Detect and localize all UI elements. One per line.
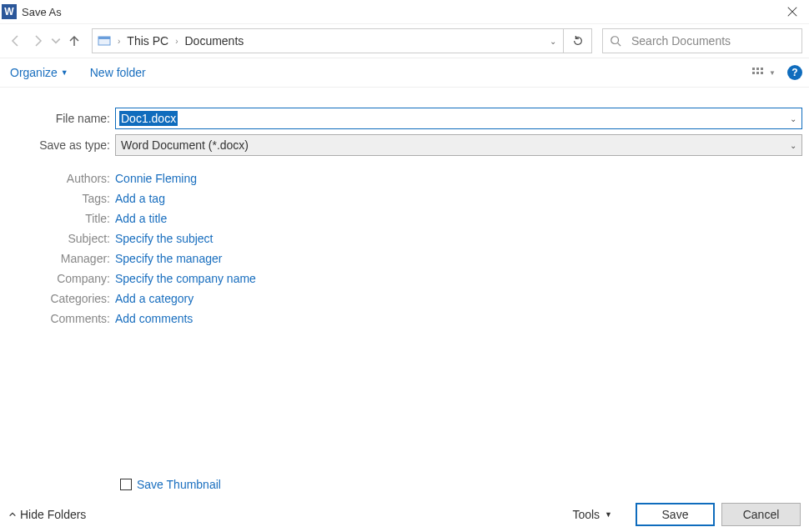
authors-value[interactable]: Connie Fleming	[115, 172, 197, 185]
organize-menu[interactable]: Organize ▼	[7, 63, 72, 83]
up-button[interactable]	[65, 32, 83, 50]
manager-label: Manager:	[7, 252, 115, 265]
view-options-button[interactable]: ▼	[751, 66, 776, 79]
tags-value[interactable]: Add a tag	[115, 192, 165, 205]
hide-folders-button[interactable]: Hide Folders	[8, 508, 86, 521]
filename-value: Doc1.docx	[119, 111, 178, 126]
help-button[interactable]: ?	[787, 65, 802, 80]
body-area: File name: Doc1.docx ⌄ Save as type: Wor…	[0, 88, 809, 491]
tools-menu[interactable]: Tools ▼	[572, 508, 612, 521]
close-icon	[786, 6, 798, 18]
comments-label: Comments:	[7, 312, 115, 325]
subject-label: Subject:	[7, 232, 115, 245]
save-thumbnail-label[interactable]: Save Thumbnail	[137, 478, 221, 491]
filename-input[interactable]: Doc1.docx ⌄	[115, 108, 802, 129]
view-icon	[751, 66, 766, 79]
crumb-this-pc[interactable]: This PC	[125, 33, 170, 49]
recent-dropdown[interactable]	[50, 32, 62, 50]
company-value[interactable]: Specify the company name	[115, 272, 256, 285]
close-button[interactable]	[776, 0, 809, 24]
manager-value[interactable]: Specify the manager	[115, 252, 222, 265]
authors-label: Authors:	[7, 172, 115, 185]
nav-row: › This PC › Documents ⌄ Search Documents	[0, 24, 809, 58]
search-placeholder: Search Documents	[631, 34, 731, 48]
word-icon: W	[2, 4, 17, 19]
save-thumbnail-checkbox[interactable]	[120, 479, 132, 490]
svg-rect-6	[752, 72, 755, 74]
savetype-select[interactable]: Word Document (*.docx) ⌄	[115, 134, 802, 156]
hide-folders-label: Hide Folders	[20, 508, 86, 521]
crumb-documents[interactable]: Documents	[183, 33, 245, 49]
tags-label: Tags:	[7, 192, 115, 205]
chevron-down-icon: ⌄	[790, 141, 796, 150]
back-button[interactable]	[7, 32, 25, 50]
chevron-down-icon: ▼	[769, 69, 776, 77]
address-dropdown[interactable]: ⌄	[543, 37, 563, 46]
svg-rect-4	[756, 68, 759, 70]
crumb-sep-icon: ›	[114, 37, 123, 46]
savetype-row: Save as type: Word Document (*.docx) ⌄	[7, 134, 802, 156]
search-icon	[610, 35, 621, 47]
toolbar: Organize ▼ New folder ▼ ?	[0, 58, 809, 88]
svg-rect-7	[756, 72, 759, 74]
tools-label: Tools	[572, 508, 600, 521]
comments-value[interactable]: Add comments	[115, 312, 193, 325]
filename-label: File name:	[7, 112, 115, 125]
chevron-up-icon	[8, 510, 17, 519]
forward-button[interactable]	[28, 32, 47, 50]
address-wrap: › This PC › Documents ⌄	[92, 28, 592, 53]
title-label: Title:	[7, 212, 115, 225]
refresh-button[interactable]	[564, 28, 592, 53]
search-input[interactable]: Search Documents	[602, 28, 802, 53]
chevron-down-icon	[50, 34, 62, 48]
savetype-label: Save as type:	[7, 138, 115, 152]
footer: Hide Folders Tools ▼ Save Cancel	[0, 497, 809, 532]
cancel-button[interactable]: Cancel	[721, 503, 801, 526]
arrow-left-icon	[9, 34, 23, 48]
filename-row: File name: Doc1.docx ⌄	[7, 108, 802, 129]
svg-rect-5	[761, 68, 763, 70]
window-title: Save As	[22, 6, 62, 18]
chevron-down-icon: ▼	[61, 68, 68, 77]
organize-label: Organize	[10, 66, 58, 79]
chevron-down-icon: ▼	[605, 510, 612, 519]
savetype-value: Word Document (*.docx)	[121, 138, 249, 152]
chevron-down-icon[interactable]: ⌄	[790, 114, 796, 123]
svg-rect-3	[752, 68, 755, 70]
svg-rect-1	[98, 37, 110, 39]
categories-label: Categories:	[7, 292, 115, 305]
title-value[interactable]: Add a title	[115, 212, 167, 225]
save-button[interactable]: Save	[636, 503, 715, 526]
new-folder-button[interactable]: New folder	[87, 63, 149, 83]
arrow-up-icon	[68, 34, 81, 48]
refresh-icon	[572, 35, 584, 47]
crumb-sep-icon: ›	[172, 37, 181, 46]
categories-value[interactable]: Add a category	[115, 292, 193, 305]
title-bar: W Save As	[0, 0, 809, 24]
new-folder-label: New folder	[90, 66, 146, 79]
svg-point-2	[611, 37, 619, 44]
company-label: Company:	[7, 272, 115, 285]
arrow-right-icon	[31, 34, 44, 48]
thumbnail-row: Save Thumbnail	[120, 478, 802, 491]
subject-value[interactable]: Specify the subject	[115, 232, 214, 245]
address-bar[interactable]: › This PC › Documents ⌄	[92, 28, 564, 53]
location-icon	[96, 33, 113, 49]
svg-rect-8	[761, 72, 763, 74]
